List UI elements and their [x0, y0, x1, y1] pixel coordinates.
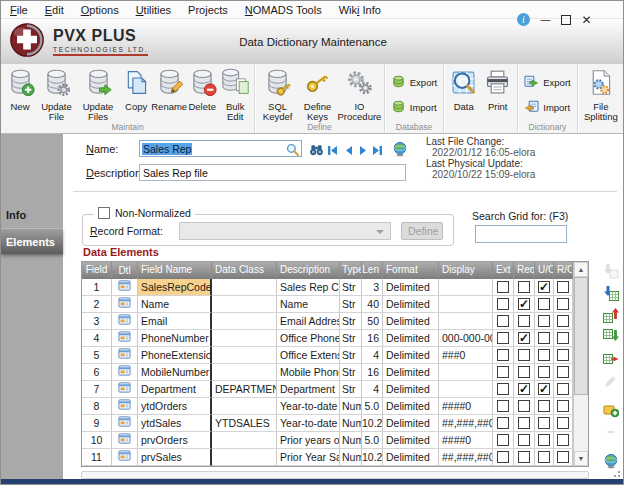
column-header-type[interactable]: Type [340, 262, 362, 279]
uc-checkbox[interactable] [538, 281, 550, 293]
non-normalized-checkbox[interactable] [98, 207, 110, 219]
ro-checkbox[interactable] [557, 451, 569, 463]
field-name-cell[interactable]: PhoneNumber [138, 330, 212, 347]
dtl-cell[interactable] [112, 279, 138, 296]
ro-checkbox[interactable] [557, 315, 569, 327]
column-header-r-o[interactable]: R/O [554, 262, 573, 279]
table-row[interactable]: 2NameNameStr40Delimited [82, 296, 573, 313]
req-checkbox[interactable] [518, 417, 530, 429]
tool-new-button[interactable]: New [4, 67, 36, 113]
info-button[interactable] [517, 13, 530, 26]
ext-checkbox[interactable] [497, 434, 509, 446]
ro-checkbox[interactable] [557, 434, 569, 446]
tool-database-export-button[interactable]: Export [391, 74, 437, 93]
table-row[interactable]: 6MobileNumberMobile PhoneStr16Delimited [82, 364, 573, 381]
tool-io-procedure-button[interactable]: IO Procedure [338, 67, 381, 124]
dtl-cell[interactable] [112, 330, 138, 347]
menu-item-options[interactable]: Options [81, 4, 119, 16]
menu-item-wiki-info[interactable]: Wiki Info [339, 4, 381, 16]
nav-last-icon[interactable] [371, 143, 384, 156]
ro-checkbox[interactable] [557, 366, 569, 378]
ext-checkbox[interactable] [497, 315, 509, 327]
column-header-data-class[interactable]: Data Class [212, 262, 277, 279]
tool-print-button[interactable]: Print [481, 67, 514, 113]
uc-checkbox[interactable] [538, 417, 550, 429]
tool-update-file-button[interactable]: Update File [37, 67, 76, 124]
search-grid-input[interactable] [475, 225, 567, 243]
move-element-down-icon[interactable] [602, 328, 620, 345]
column-header-format[interactable]: Format [383, 262, 439, 279]
ro-checkbox[interactable] [557, 298, 569, 310]
tool-define-keys-button[interactable]: Define Keys [298, 67, 337, 124]
tab-elements[interactable]: Elements [1, 228, 63, 254]
column-header-u-c[interactable]: U/C [535, 262, 554, 279]
menu-item-nomads-tools[interactable]: NOMADS Tools [245, 4, 322, 16]
name-input[interactable]: Sales Rep [139, 140, 302, 157]
search-icon[interactable] [286, 143, 299, 156]
ext-checkbox[interactable] [497, 298, 509, 310]
resize-grip[interactable] [610, 467, 620, 477]
table-row[interactable]: 3EmailEmail AddressStr50Delimited [82, 313, 573, 330]
ext-checkbox[interactable] [497, 417, 509, 429]
ro-checkbox[interactable] [557, 383, 569, 395]
scrollbar-thumb[interactable] [574, 277, 588, 395]
insert-element-icon[interactable] [602, 284, 620, 301]
scroll-up-icon[interactable] [574, 262, 588, 277]
req-checkbox[interactable] [518, 400, 530, 412]
maximize-button[interactable] [561, 15, 571, 25]
field-name-cell[interactable]: Department [138, 381, 212, 398]
req-checkbox[interactable] [518, 366, 530, 378]
tool-file-splitting-button[interactable]: File Splitting [581, 67, 621, 124]
ext-checkbox[interactable] [497, 332, 509, 344]
column-header-req[interactable]: Req [514, 262, 535, 279]
description-input[interactable] [139, 164, 406, 181]
req-checkbox[interactable] [518, 349, 530, 361]
uc-checkbox[interactable] [538, 332, 550, 344]
nav-first-icon[interactable] [326, 143, 339, 156]
ext-checkbox[interactable] [497, 281, 509, 293]
ro-checkbox[interactable] [557, 332, 569, 344]
menu-item-edit[interactable]: Edit [45, 4, 64, 16]
nav-previous-icon[interactable] [342, 143, 355, 156]
table-row[interactable]: 9ytdSalesYTDSALESYear-to-date SNum10.2De… [82, 415, 573, 432]
field-name-cell[interactable]: prvOrders [138, 432, 212, 449]
uc-checkbox[interactable] [538, 315, 550, 327]
req-checkbox[interactable] [518, 434, 530, 446]
dtl-cell[interactable] [112, 313, 138, 330]
tool-database-import-button[interactable]: Import [391, 99, 437, 118]
field-name-cell[interactable]: SalesRepCode [138, 279, 212, 296]
table-row[interactable]: 1SalesRepCodeSales Rep CodStr3Delimited [82, 279, 573, 296]
column-header-len[interactable]: Len [362, 262, 383, 279]
grid-vertical-scrollbar[interactable] [573, 262, 588, 466]
uc-checkbox[interactable] [538, 400, 550, 412]
req-checkbox[interactable] [518, 298, 530, 310]
menu-item-utilities[interactable]: Utilities [136, 4, 171, 16]
field-name-cell[interactable]: prvSales [138, 449, 212, 466]
dtl-cell[interactable] [112, 347, 138, 364]
tool-dictionary-import-button[interactable]: Import [524, 99, 570, 118]
tool-data-button[interactable]: Data [447, 67, 480, 113]
move-element-up-icon[interactable] [602, 306, 620, 323]
tab-info[interactable]: Info [1, 202, 63, 228]
close-button[interactable] [580, 13, 593, 26]
scrollbar-track[interactable] [574, 277, 588, 451]
field-name-cell[interactable]: Email [138, 313, 212, 330]
field-name-cell[interactable]: MobileNumber [138, 364, 212, 381]
ext-checkbox[interactable] [497, 400, 509, 412]
column-header-dtl[interactable]: Dtl [112, 262, 138, 279]
table-row[interactable]: 10prvOrdersPrior years ordNum5.0Delimite… [82, 432, 573, 449]
field-name-cell[interactable]: ytdOrders [138, 398, 212, 415]
dtl-cell[interactable] [112, 449, 138, 466]
ro-checkbox[interactable] [557, 417, 569, 429]
req-checkbox[interactable] [518, 281, 530, 293]
add-element-icon[interactable] [602, 401, 620, 418]
uc-checkbox[interactable] [538, 366, 550, 378]
column-header-field-name[interactable]: Field Name [138, 262, 212, 279]
req-checkbox[interactable] [518, 383, 530, 395]
uc-checkbox[interactable] [538, 434, 550, 446]
web-globe-icon[interactable] [392, 141, 408, 157]
nav-next-icon[interactable] [357, 143, 370, 156]
uc-checkbox[interactable] [538, 349, 550, 361]
req-checkbox[interactable] [518, 451, 530, 463]
dtl-cell[interactable] [112, 296, 138, 313]
